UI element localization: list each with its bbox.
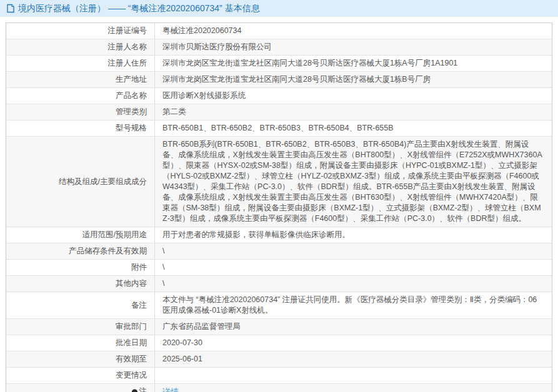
row-label: 注册证编号 xyxy=(6,23,155,39)
row-approval-date: 批准日期 2020-07-30 xyxy=(6,335,552,351)
row-value: 第二类 xyxy=(162,107,186,117)
row-value: 粤械注准20202060734 xyxy=(162,26,241,36)
row-registration-number: 注册证编号 粤械注准20202060734 xyxy=(6,23,552,39)
row-value: \ xyxy=(162,246,164,257)
row-value: 广东省药品监督管理局 xyxy=(162,321,241,332)
row-label: 型号规格 xyxy=(6,120,155,136)
row-value: 深圳市龙岗区宝龙街道宝龙社区南同大道28号贝斯达医疗器械大厦1栋A号厂房1A19… xyxy=(162,58,457,69)
row-label: 生产地址 xyxy=(6,72,155,87)
row-approval-department: 审批部门 广东省药品监督管理局 xyxy=(6,319,552,335)
row-label: 备注 xyxy=(6,292,155,318)
detail-link[interactable]: 详情 xyxy=(162,386,179,392)
comment-bubble-icon xyxy=(131,389,138,392)
row-value: \ xyxy=(162,278,164,289)
row-label: 变更情况 xyxy=(6,368,155,383)
row-value: 2020-07-30 xyxy=(162,338,202,348)
row-registrant-address: 注册人住所 深圳市龙岗区宝龙街道宝龙社区南同大道28号贝斯达医疗器械大厦1栋A号… xyxy=(6,56,552,72)
row-change-status: 变更情况 xyxy=(6,368,552,384)
row-label: 审批部门 xyxy=(6,319,155,335)
row-value: 2025-06-01 xyxy=(162,354,202,365)
row-product-name: 产品名称 医用诊断X射线摄影系统 xyxy=(6,88,552,104)
row-label: 产品储存条件及有效期 xyxy=(6,243,155,259)
row-structure-composition: 结构及组成/主要组成成分 BTR-650B系列(BTR-650B1、BTR-65… xyxy=(6,137,552,227)
row-label: 批准日期 xyxy=(6,335,155,351)
row-label: 管理类别 xyxy=(6,104,155,120)
row-registrant-name: 注册人名称 深圳市贝斯达医疗股份有限公司 xyxy=(6,39,552,56)
row-value: BTR-650B系列(BTR-650B1、BTR-650B2、BTR-650B3… xyxy=(162,139,544,224)
row-storage-conditions: 产品储存条件及有效期 \ xyxy=(6,243,552,260)
row-attachments: 附件 \ xyxy=(6,260,552,276)
page-header: 境内医疗器械（注册） —— “粤械注准20202060734” 基本信息 xyxy=(0,0,558,17)
row-label: 产品名称 xyxy=(6,88,155,104)
row-note: 注 详情 xyxy=(6,384,552,392)
row-value: BTR-650B1、BTR-650B2、BTR-650B3、BTR-650B4、… xyxy=(162,123,394,134)
row-value: 医用诊断X射线摄影系统 xyxy=(162,91,246,101)
row-model-spec: 型号规格 BTR-650B1、BTR-650B2、BTR-650B3、BTR-6… xyxy=(6,120,552,137)
row-intended-use: 适用范围/预期用途 用于对患者的常规摄影，获得单幅影像供临床诊断用。 xyxy=(6,227,552,243)
row-label: 注册人名称 xyxy=(6,39,155,55)
row-value: \ xyxy=(162,262,164,273)
row-label: 结构及组成/主要组成成分 xyxy=(6,137,155,227)
row-value: 本文件与 “粤械注准20202060734” 注册证共同使用。新《医疗器械分类目… xyxy=(162,295,544,316)
row-production-address: 生产地址 深圳市龙岗区宝龙街道宝龙社区南同大道28号贝斯达医疗器械大厦1栋B号厂… xyxy=(6,72,552,88)
row-value: 深圳市龙岗区宝龙街道宝龙社区南同大道28号贝斯达医疗器械大厦1栋B号厂房 xyxy=(162,74,431,85)
page-title: 境内医疗器械（注册） —— “粤械注准20202060734” 基本信息 xyxy=(18,3,260,14)
row-other-content: 其他内容 \ xyxy=(6,276,552,292)
row-value: 用于对患者的常规摄影，获得单幅影像供临床诊断用。 xyxy=(162,230,350,240)
row-label: 注册人住所 xyxy=(6,56,155,71)
document-icon xyxy=(6,4,15,13)
row-label: 其他内容 xyxy=(6,276,155,292)
row-value: 深圳市贝斯达医疗股份有限公司 xyxy=(162,42,272,52)
row-remarks: 备注 本文件与 “粤械注准20202060734” 注册证共同使用。新《医疗器械… xyxy=(6,292,552,319)
row-label: 有效期至 xyxy=(6,351,155,367)
row-label: 注 xyxy=(139,386,147,392)
row-management-category: 管理类别 第二类 xyxy=(6,104,552,120)
registration-info-table: 注册证编号 粤械注准20202060734 注册人名称 深圳市贝斯达医疗股份有限… xyxy=(6,22,552,392)
row-label: 附件 xyxy=(6,260,155,275)
row-valid-until: 有效期至 2025-06-01 xyxy=(6,351,552,368)
row-label: 适用范围/预期用途 xyxy=(6,227,155,243)
